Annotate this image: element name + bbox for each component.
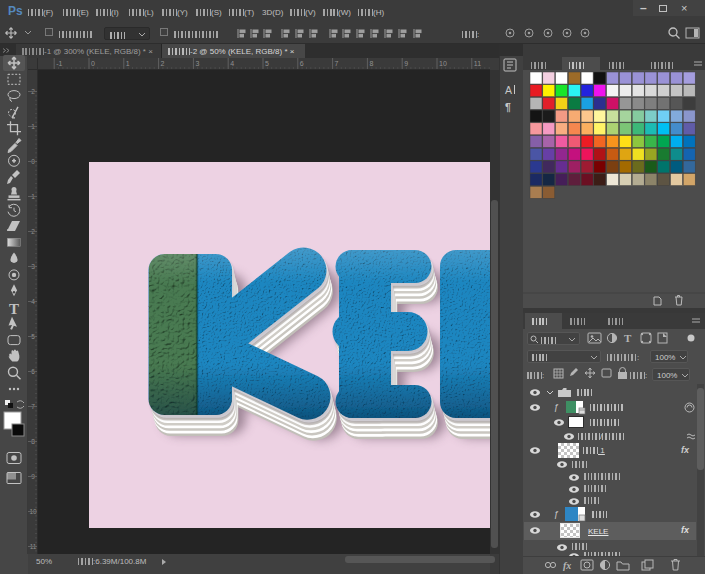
- svg-text:A: A: [505, 84, 512, 96]
- svg-text:4: 4: [230, 60, 234, 67]
- svg-text:10: 10: [439, 60, 447, 67]
- svg-text:11: 11: [474, 60, 481, 67]
- svg-text:6: 6: [300, 60, 304, 67]
- svg-text:5: 5: [265, 60, 269, 67]
- svg-text:T: T: [624, 332, 632, 344]
- svg-text:7: 7: [335, 60, 339, 67]
- svg-text:-1: -1: [56, 60, 62, 67]
- svg-text:0: 0: [91, 60, 95, 67]
- svg-text:3: 3: [195, 60, 199, 67]
- svg-text:1: 1: [126, 60, 130, 67]
- svg-text:2: 2: [161, 60, 165, 67]
- svg-text:9: 9: [404, 60, 408, 67]
- svg-text:T: T: [9, 301, 19, 317]
- svg-text:¶: ¶: [505, 101, 511, 113]
- svg-text:8: 8: [369, 60, 373, 67]
- svg-text:fx: fx: [563, 560, 571, 571]
